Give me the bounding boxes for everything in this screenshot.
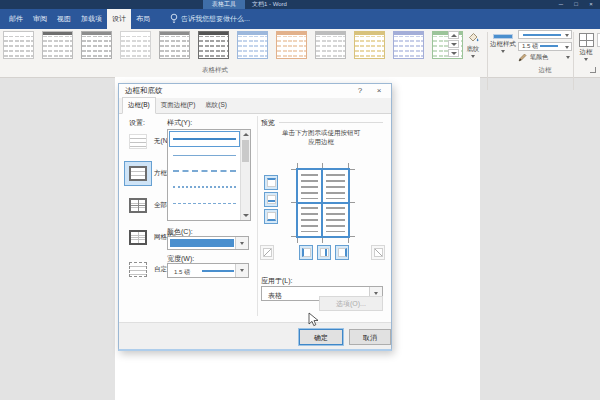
word-window: 表格工具 文档1 - Word ─ □ × 邮件审阅视图加载项设计布局 告诉我您… bbox=[0, 0, 600, 400]
dialog-tab-3[interactable]: 底纹(S) bbox=[200, 98, 232, 113]
table-style-gray[interactable] bbox=[315, 31, 346, 59]
right-border-button[interactable] bbox=[335, 245, 349, 260]
document-title: 文档1 - Word bbox=[252, 0, 287, 9]
gallery-scrollbar bbox=[448, 31, 459, 58]
table-style-header-row bbox=[277, 32, 306, 35]
setting-custom-icon bbox=[129, 262, 147, 277]
cancel-button[interactable]: 取消 bbox=[349, 329, 391, 345]
ok-button[interactable]: 确定 bbox=[299, 329, 343, 345]
column-separator bbox=[257, 116, 258, 316]
scrollbar-thumb[interactable] bbox=[242, 140, 249, 162]
width-dropdown[interactable]: 1.5 磅 bbox=[167, 263, 249, 278]
ribbon-tab-row: 邮件审阅视图加载项设计布局 告诉我您想要做什么... bbox=[0, 9, 600, 29]
dropdown-caret[interactable] bbox=[235, 264, 248, 277]
style-item-dash-dot[interactable] bbox=[169, 195, 240, 211]
table-style-header-row bbox=[199, 32, 228, 35]
ribbon-tab-3[interactable]: 视图 bbox=[52, 9, 76, 29]
ribbon-tab-1[interactable]: 邮件 bbox=[4, 9, 28, 29]
preview-group-line bbox=[279, 122, 383, 123]
table-style-blue[interactable] bbox=[237, 31, 268, 59]
triangle-up-icon bbox=[451, 34, 457, 37]
table-style-grid-2[interactable] bbox=[159, 31, 190, 59]
style-item-dashed[interactable] bbox=[169, 163, 240, 179]
setting-icon-box bbox=[125, 162, 151, 185]
pen-color-button[interactable]: 笔颜色 bbox=[518, 53, 572, 62]
border-preview-diagram[interactable] bbox=[296, 168, 350, 238]
dialog-launcher-icon[interactable] bbox=[590, 67, 596, 73]
group-separator bbox=[573, 32, 574, 90]
setting-grid-icon bbox=[129, 230, 147, 245]
border-styles-button[interactable]: 边框样式 bbox=[490, 31, 516, 73]
gallery-more-button[interactable] bbox=[448, 49, 459, 57]
style-item-dotted[interactable] bbox=[169, 179, 240, 195]
ribbon-tab-4[interactable]: 加载项 bbox=[76, 9, 107, 29]
shading-button-label: 底纹 bbox=[467, 45, 480, 54]
style-listbox-items bbox=[169, 131, 240, 219]
table-style-blue-2[interactable] bbox=[393, 31, 424, 59]
dialog-tab-1[interactable]: 边框(B) bbox=[122, 97, 156, 114]
table-style-light[interactable] bbox=[120, 31, 151, 59]
style-item-solid[interactable] bbox=[169, 131, 240, 147]
chevron-down-icon bbox=[565, 34, 569, 37]
group-label-table-styles: 表格样式 bbox=[150, 66, 280, 75]
close-dialog-button[interactable]: × bbox=[371, 84, 387, 98]
table-style-orange[interactable] bbox=[276, 31, 307, 59]
table-style-grid[interactable] bbox=[81, 31, 112, 59]
tick-mark bbox=[348, 238, 349, 243]
gallery-scroll-up-button[interactable] bbox=[448, 31, 459, 39]
dialog-tab-2[interactable]: 页面边框(P) bbox=[156, 98, 201, 113]
options-button[interactable]: 选项(O)... bbox=[319, 296, 383, 311]
help-button[interactable]: ? bbox=[353, 84, 367, 98]
dialog-title: 边框和底纹 bbox=[125, 84, 163, 98]
table-style-header-line[interactable] bbox=[42, 31, 73, 59]
shading-button[interactable]: 底纹 bbox=[461, 31, 485, 73]
tick-mark bbox=[297, 163, 298, 168]
table-style-gold[interactable] bbox=[354, 31, 385, 59]
top-border-button[interactable] bbox=[264, 175, 278, 190]
table-style-plain[interactable] bbox=[3, 31, 34, 59]
style-item-solid-thin[interactable] bbox=[169, 147, 240, 163]
table-style-header-row bbox=[160, 32, 189, 35]
line-style-sample bbox=[173, 155, 236, 156]
tell-me-search[interactable]: 告诉我您想要做什么... bbox=[170, 9, 250, 29]
ribbon-tab-6[interactable]: 布局 bbox=[131, 9, 155, 29]
bottom-border-button[interactable] bbox=[264, 209, 278, 224]
minimize-button[interactable]: ─ bbox=[554, 0, 568, 9]
line-style-sample bbox=[173, 203, 236, 204]
chevron-down-icon bbox=[471, 55, 475, 58]
table-style-header-row bbox=[316, 32, 345, 35]
ribbon-tab-2[interactable]: 审阅 bbox=[28, 9, 52, 29]
preview-hint: 单击下方图示或使用按钮可 应用边框 bbox=[259, 128, 383, 146]
inside-vertical-border-button[interactable] bbox=[317, 245, 331, 260]
ribbon-tabs: 邮件审阅视图加载项设计布局 bbox=[4, 9, 155, 29]
left-border-button[interactable] bbox=[299, 245, 313, 260]
listbox-scrollbar[interactable] bbox=[240, 130, 250, 220]
color-dropdown[interactable] bbox=[167, 236, 249, 250]
preview-text-lines bbox=[326, 207, 345, 232]
diagonal-down-border-button[interactable] bbox=[260, 245, 274, 260]
scroll-down-button[interactable] bbox=[241, 211, 250, 220]
pen-controls: 1.5 磅 笔颜色 bbox=[518, 30, 572, 65]
maximize-button[interactable]: □ bbox=[569, 0, 583, 9]
tick-mark bbox=[291, 169, 296, 170]
diagonal-up-border-button[interactable] bbox=[371, 245, 385, 260]
close-window-button[interactable]: × bbox=[584, 0, 598, 9]
inside-horizontal-border-button[interactable] bbox=[264, 192, 278, 207]
gallery-scroll-down-button[interactable] bbox=[448, 40, 459, 48]
setting-icon-box bbox=[125, 194, 151, 217]
line-width-dropdown[interactable]: 1.5 磅 bbox=[518, 42, 572, 51]
ribbon-tab-5[interactable]: 设计 bbox=[107, 9, 131, 29]
line-style-dropdown[interactable] bbox=[518, 30, 572, 39]
tick-mark bbox=[291, 202, 296, 203]
scroll-up-button[interactable] bbox=[241, 130, 250, 139]
border-style-listbox[interactable] bbox=[167, 129, 251, 221]
width-line-sample bbox=[202, 270, 234, 272]
dropdown-caret[interactable] bbox=[235, 237, 248, 249]
border-styles-label: 边框样式 bbox=[490, 40, 516, 49]
title-bar: 表格工具 文档1 - Word ─ □ × bbox=[0, 0, 600, 9]
line-style-sample bbox=[173, 170, 236, 172]
preview-text-lines bbox=[326, 174, 345, 199]
setting-box-icon bbox=[129, 166, 147, 181]
setting-icon-box bbox=[125, 258, 151, 281]
table-style-dark-grid[interactable] bbox=[198, 31, 229, 59]
